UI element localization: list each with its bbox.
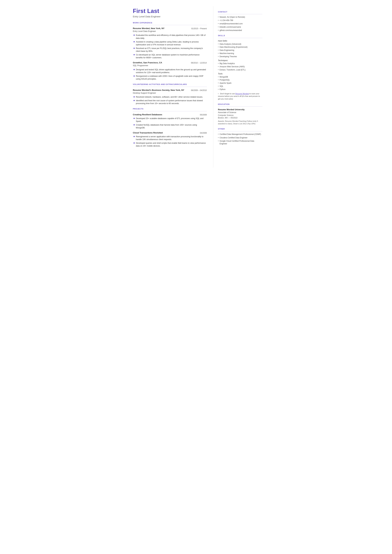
bullet-1-1: Evaluated the workflow and efficiency of… [133, 34, 207, 40]
project-header-2: Cloud Transactions Revisited 04/2009 [133, 131, 207, 134]
proj-bullet-2-2: Developed queries and shell scripts that… [133, 142, 207, 147]
skill-tool-3: •Apache Spark [218, 82, 262, 84]
skill-tool-5: •Python [218, 88, 262, 91]
skill-tech-3: •Extract, Transform, Load (ETL) [218, 69, 262, 71]
techniques-label: Techniques: [218, 59, 262, 62]
edu-degree: Associate of Science [218, 111, 262, 114]
job-company-1: Resume Worded, New York, NY Entry Level … [133, 27, 165, 33]
vol-bullet-1-1: Resolved network, hardware, software, an… [133, 96, 207, 98]
hard-skills-label: Hard Skills: [218, 40, 262, 42]
other-header: OTHER [218, 128, 262, 130]
project-bullets-1: Developed 20+ scalable databases capable… [133, 117, 207, 129]
skill-hard-5: •Developing Theories [218, 55, 262, 58]
job-date-2: 06/2010 – 12/2014 [191, 62, 207, 64]
contact-1: •Newark, NJ (Open to Remote) [218, 16, 262, 19]
edu-location-date: Boston, MA — 05/2010 [218, 117, 262, 119]
edu-awards: Awards: Resume Worded Teaching Fellow (o… [218, 120, 262, 125]
skill-hard-3: •Data Engineering [218, 49, 262, 52]
vol-bullet-1-2: Identified and fixed the root cause of s… [133, 99, 207, 105]
contact-4: •linkedin.com/in/username [218, 26, 262, 28]
contact-header: CONTACT [218, 11, 262, 13]
other-3: •Google Cloud Certified Professional Dat… [218, 140, 262, 145]
job-bullets-1: Evaluated the workflow and efficiency of… [133, 34, 207, 59]
bullet-dot [133, 118, 135, 119]
bullet-2-2: Reorganized a codebase with 2200+ lines … [133, 75, 207, 80]
contact-divider [218, 14, 262, 14]
contact-2: •+1-234-456-789 [218, 19, 262, 22]
full-name: First Last [133, 8, 207, 14]
job-title: Entry Level Data Engineer [133, 15, 207, 18]
skill-tech-1: •Big Data Analytics [218, 62, 262, 65]
work-experience-header: WORK EXPERIENCE [133, 22, 207, 24]
right-column: CONTACT •Newark, NJ (Open to Remote) •+1… [213, 6, 267, 167]
skills-header: SKILLS [218, 35, 262, 37]
other-2: •Cloudera Certified Data Engineer [218, 136, 262, 139]
volunteering-block-1: Resume Worded's Business Society, New Yo… [133, 89, 207, 105]
resume-page: First Last Entry Level Data Engineer WOR… [125, 0, 267, 174]
job-company-2: Growthsi, San Francisco, CA SQL Programm… [133, 61, 162, 67]
skill-tool-2: •PostgreSQL [218, 79, 262, 81]
skill-tech-2: •Amazon Web Services (AWS) [218, 65, 262, 68]
skills-divider [218, 38, 262, 38]
tools-label: Tools: [218, 72, 262, 75]
bullet-dot [133, 100, 135, 101]
bullet-1-3: Resolved an ETL issue per PL/SQL best pr… [133, 47, 207, 53]
bullet-dot [133, 48, 135, 49]
resume-worded-link[interactable]: Resume Worded [235, 93, 249, 95]
project-date-2: 04/2009 [200, 132, 207, 134]
bullet-dot [133, 142, 135, 144]
bullet-dot [133, 41, 135, 42]
skill-tool-4: •SQL [218, 85, 262, 88]
education-header: EDUCATION [218, 103, 262, 105]
contact-3: •email@resumeworded.com [218, 22, 262, 25]
edu-field: Computer Science [218, 114, 262, 117]
project-block-2: Cloud Transactions Revisited 04/2009 Ree… [133, 131, 207, 147]
bullet-1-2: Assisted in creating a data pipeline usi… [133, 40, 207, 46]
other-1: •Certified Data Management Professional … [218, 133, 262, 136]
job-block-1: Resume Worded, New York, NY Entry Level … [133, 27, 207, 59]
bullet-1-4: Co-developed an SQL server database syst… [133, 53, 207, 59]
job-date-1: 01/2015 – Present [191, 27, 207, 30]
skill-hard-1: •Data Analysis (Advanced) [218, 43, 262, 45]
work-experience-divider [133, 25, 207, 25]
projects-header: PROJECTS [133, 108, 207, 110]
job-header-2: Growthsi, San Francisco, CA SQL Programm… [133, 61, 207, 67]
bullet-dot [133, 35, 135, 36]
proj-bullet-1-2: Created NoSQL databases that harvest dat… [133, 124, 207, 129]
bullet-2-1: Designed and tested SQL-driven applicati… [133, 68, 207, 74]
job-block-2: Growthsi, San Francisco, CA SQL Programm… [133, 61, 207, 80]
job-bullets-2: Designed and tested SQL-driven applicati… [133, 68, 207, 81]
skill-hard-4: •Machine learning [218, 52, 262, 55]
bullet-dot [133, 76, 135, 77]
bullet-dot [133, 69, 135, 70]
proj-bullet-2-1: Reengineered a server application with t… [133, 135, 207, 141]
vol-bullets-1: Resolved network, hardware, software, an… [133, 96, 207, 105]
vol-header-1: Resume Worded's Business Society, New Yo… [133, 89, 207, 95]
left-column: First Last Entry Level Data Engineer WOR… [125, 6, 213, 167]
project-bullets-2: Reengineered a server application with t… [133, 135, 207, 147]
job-header-1: Resume Worded, New York, NY Entry Level … [133, 27, 207, 33]
skill-hard-2: •Data Warehousing (Experienced) [218, 46, 262, 49]
project-header-1: Creating Resilient Databases 05/2009 [133, 113, 207, 116]
vol-date-1: 06/2009 – 04/2010 [191, 89, 207, 92]
project-date-1: 05/2009 [200, 113, 207, 116]
project-block-1: Creating Resilient Databases 05/2009 Dev… [133, 113, 207, 129]
skill-tool-1: •MongoDB [218, 76, 262, 78]
resume-worded-note: • Don't forget to use Resume Worded to s… [218, 92, 262, 100]
bullet-dot [133, 136, 135, 137]
bullet-dot [133, 124, 135, 125]
contact-5: •github.com/resumeworded [218, 29, 262, 32]
edu-school: Resume Worded University [218, 108, 262, 111]
vol-company-1: Resume Worded's Business Society, New Yo… [133, 89, 184, 95]
proj-bullet-1-1: Developed 20+ scalable databases capable… [133, 117, 207, 123]
bullet-dot [133, 96, 135, 98]
education-divider [218, 106, 262, 107]
bullet-dot [133, 54, 135, 55]
volunteering-header: VOLUNTEERING ACTIVITIES AND EXTRACURRICU… [133, 83, 207, 86]
volunteering-divider [133, 87, 207, 87]
